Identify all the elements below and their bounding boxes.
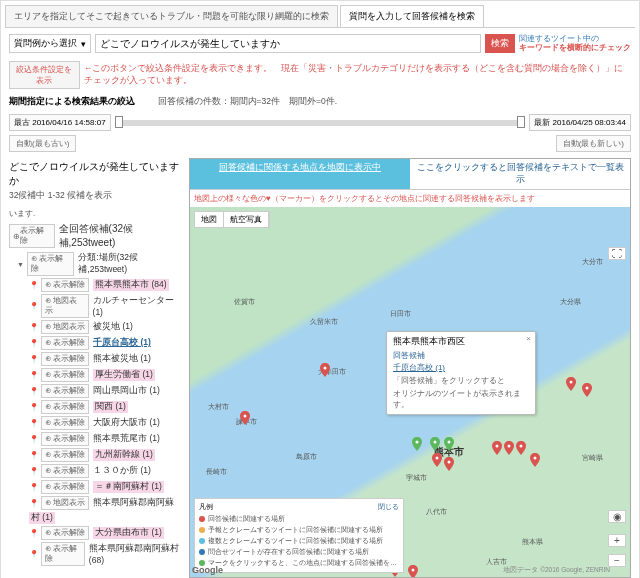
auto-oldest-button[interactable]: 自動(最も古い) <box>9 135 76 152</box>
map-label: 佐賀市 <box>234 297 255 307</box>
map-marker[interactable] <box>320 363 330 373</box>
period-label: 期間指定による検索結果の絞込 <box>9 95 135 108</box>
legend-row: 予報とクレームするツイートに回答候補に関連する場所 <box>199 525 399 535</box>
pin-icon: 📍 <box>29 435 39 444</box>
question-input[interactable] <box>95 34 481 53</box>
map-label: 八代市 <box>426 507 447 517</box>
pin-icon: 📍 <box>29 339 39 348</box>
filter-settings-button[interactable]: 絞込条件設定を表示 <box>9 61 80 89</box>
legend-close[interactable]: 閉じる <box>378 502 399 512</box>
popup-answer-label: 回答候補 <box>393 350 529 361</box>
tree-item[interactable]: 熊本県荒尾市 (1) <box>93 433 160 445</box>
row-toggle-button[interactable]: ⊕ 表示解除 <box>41 352 89 366</box>
tweet-keyword-link[interactable]: 関連するツイート中のキーワードを横断的にチェック <box>519 35 631 53</box>
side-title: どこでノロウイルスが発生していますか <box>9 158 185 190</box>
tree-item[interactable]: 岡山県岡山市 (1) <box>93 385 160 397</box>
row-toggle-button[interactable]: ⊕ 表示解除 <box>41 480 89 494</box>
row-toggle-button[interactable]: ⊕ 表示解除 <box>41 368 89 382</box>
map-marker[interactable] <box>582 383 592 393</box>
row-toggle-button[interactable]: ⊕ 地図表示 <box>41 320 89 334</box>
row-toggle-button[interactable]: ⊕ 地図表示 <box>41 294 89 318</box>
row-toggle-button[interactable]: ⊕ 表示解除 <box>41 416 89 430</box>
streetview-icon[interactable]: ◉ <box>608 510 626 523</box>
pin-icon: 📍 <box>29 302 39 311</box>
map-label: 大村市 <box>208 402 229 412</box>
row-toggle-button[interactable]: ⊕ 表示解除 <box>41 336 89 350</box>
auto-newest-button[interactable]: 自動(最も新しい) <box>556 135 631 152</box>
tree-item[interactable]: 大分県由布市 (1) <box>93 527 164 539</box>
popup-help2: オリジナルのツイートが表示されます。 <box>393 388 529 410</box>
display-release-button[interactable]: ⊕ 表示解除 <box>27 252 74 276</box>
tree-root[interactable]: 全回答候補(32候補,253tweet) <box>59 222 185 250</box>
tree-item[interactable]: 熊本県阿蘇郡南阿蘇村 (68) <box>89 543 185 565</box>
tree-item[interactable]: １３０か所 (1) <box>93 465 151 477</box>
row-toggle-button[interactable]: ⊕ 表示解除 <box>41 448 89 462</box>
tree-item[interactable]: 千原台高校 (1) <box>93 337 151 349</box>
side-guide: います. <box>9 206 185 221</box>
map-marker[interactable] <box>444 437 454 447</box>
tree-item[interactable]: 厚生労働省 (1) <box>93 369 155 381</box>
map-type-tabs[interactable]: 地図航空写真 <box>194 211 270 228</box>
filter-message: ←このボタンで絞込条件設定を表示できます。 現在「災害・トラブルカテゴリだけを表… <box>84 63 631 87</box>
show-on-map-button[interactable]: 回答候補に関係する地点を地図に表示中 <box>190 159 410 190</box>
legend-row: 回答候補に関連する場所 <box>199 514 399 524</box>
map-popup: × 熊本県熊本市西区 回答候補 千原台高校 (1) 「回答候補」をクリックすると… <box>386 331 536 415</box>
svg-point-7 <box>496 445 499 448</box>
row-toggle-button[interactable]: ⊕ 表示解除 <box>41 464 89 478</box>
map-marker[interactable] <box>516 441 526 451</box>
pin-icon: 📍 <box>29 355 39 364</box>
map-label: 宇城市 <box>406 473 427 483</box>
tree-item[interactable]: 熊本県熊本市 (84) <box>93 279 168 291</box>
pin-icon: 📍 <box>29 419 39 428</box>
map-marker[interactable] <box>408 565 418 575</box>
map-canvas[interactable]: 地図航空写真 佐賀市久留米市日田市大牟田市大分県大村市諫早市島原市宇城市長崎市天… <box>190 207 630 577</box>
chevron-down-icon: ▾ <box>81 39 86 49</box>
period-newest: 最新 2016/04/25 08:03:44 <box>529 114 631 131</box>
zoom-out-button[interactable]: − <box>608 554 626 567</box>
map-marker[interactable] <box>240 411 250 421</box>
svg-point-12 <box>534 457 537 460</box>
close-icon[interactable]: × <box>526 334 531 343</box>
map-label: 宮崎県 <box>582 453 603 463</box>
tree-item[interactable]: ＝＃南阿蘇村 (1) <box>93 481 164 493</box>
display-release-button[interactable]: ⊕ 表示解除 <box>9 224 55 248</box>
zoom-in-button[interactable]: + <box>608 534 626 547</box>
tab-question-search[interactable]: 質問を入力して回答候補を検索 <box>340 5 484 27</box>
map-marker[interactable] <box>444 457 454 467</box>
row-toggle-button[interactable]: ⊕ 表示解除 <box>41 278 89 292</box>
svg-point-2 <box>416 441 419 444</box>
show-as-text-link[interactable]: ここをクリックすると回答候補をテキストで一覧表示 <box>410 159 630 190</box>
map-marker[interactable] <box>530 453 540 463</box>
tree-item[interactable]: 大阪府大阪市 (1) <box>93 417 160 429</box>
map-marker[interactable] <box>430 437 440 447</box>
map-marker[interactable] <box>432 453 442 463</box>
map-marker[interactable] <box>492 441 502 451</box>
example-selector[interactable]: 質問例から選択▾ <box>9 34 91 53</box>
svg-point-6 <box>448 461 451 464</box>
tree-item[interactable]: 九州新幹線 (1) <box>93 449 155 461</box>
row-toggle-button[interactable]: ⊕ 表示解除 <box>41 384 89 398</box>
period-slider[interactable] <box>115 120 526 126</box>
map-legend: 凡例閉じる 回答候補に関連する場所予報とクレームするツイートに回答候補に関連する… <box>194 498 404 573</box>
map-label: 久留米市 <box>310 317 338 327</box>
popup-addr: 熊本県熊本市西区 <box>393 336 529 348</box>
tree-item[interactable]: 被災地 (1) <box>93 321 133 333</box>
map-label: 大分県 <box>560 297 581 307</box>
row-toggle-button[interactable]: ⊕ 表示解除 <box>41 432 89 446</box>
search-button[interactable]: 検索 <box>485 34 515 53</box>
popup-answer-link[interactable]: 千原台高校 (1) <box>393 362 529 373</box>
period-count: 回答候補の件数：期間内=32件 期間外=0件. <box>158 96 337 106</box>
tree-item[interactable]: カルチャーセンター (1) <box>93 295 185 317</box>
map-note: 地図上の様々な色の♥（マーカー）をクリックするとその地点に関連する回答候補を表示… <box>190 190 630 207</box>
svg-point-10 <box>570 381 573 384</box>
tree-item[interactable]: 熊本被災地 (1) <box>93 353 151 365</box>
tree-item[interactable]: 関西 (1) <box>93 401 128 413</box>
map-marker[interactable] <box>504 441 514 451</box>
map-credit: 地図データ ©2016 Google, ZENRIN <box>503 566 610 575</box>
tab-area-search[interactable]: エリアを指定してそこで起きているトラブル・問題を可能な限り網羅的に検索 <box>5 5 338 27</box>
map-marker[interactable] <box>566 377 576 387</box>
fullscreen-icon[interactable]: ⛶ <box>608 247 626 260</box>
svg-point-1 <box>244 415 247 418</box>
row-toggle-button[interactable]: ⊕ 表示解除 <box>41 400 89 414</box>
map-marker[interactable] <box>412 437 422 447</box>
